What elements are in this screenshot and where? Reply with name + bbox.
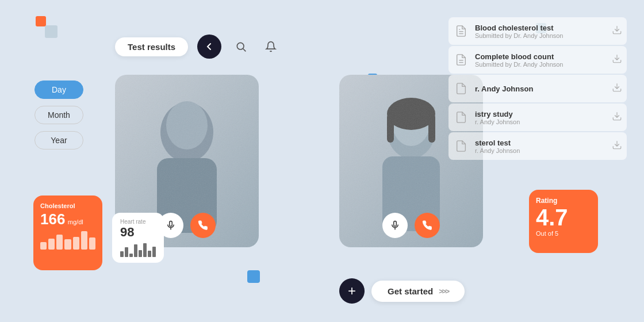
test-item-5: sterol test r. Andy Johnson [448,132,627,160]
get-started-plus-button[interactable]: + [339,278,365,304]
get-started-button[interactable]: Get started >>> [371,281,465,302]
search-icon[interactable] [231,36,251,57]
svg-point-10 [387,98,435,130]
filter-year[interactable]: Year [34,131,83,150]
test-name-5: sterol test [475,139,606,147]
patient-call-controls [158,213,216,238]
test-info-4: istry study r. Andy Johnson [475,110,606,125]
cholesterol-chart [40,231,95,250]
rating-card: Rating 4.7 Out of 5 [529,190,598,253]
test-sub-4: r. Andy Johnson [475,118,606,125]
mini-bar-7 [148,251,151,257]
cholesterol-value: 166 [40,210,65,228]
test-item-4: istry study r. Andy Johnson [448,103,627,131]
get-started-section: + Get started >>> [339,278,465,304]
test-name-2: Complete blood count [475,52,606,61]
download-icon-4[interactable] [612,111,622,124]
filter-day[interactable]: Day [34,80,83,99]
test-doc-icon-2 [453,52,469,68]
rating-sub: Out of 5 [536,230,591,237]
test-info-2: Complete blood count Submitted by Dr. An… [475,52,606,68]
test-info-3: r. Andy Johnson [475,85,606,93]
svg-point-4 [166,101,208,150]
get-started-label: Get started [388,286,433,296]
svg-rect-11 [387,114,394,143]
test-results-list: Blood cholesterol test Submitted by Dr. … [448,17,627,160]
mini-bar-2 [125,247,128,257]
test-sub-5: r. Andy Johnson [475,147,606,154]
bar-4 [64,239,71,250]
bar-1 [40,242,47,250]
rating-label: Rating [536,197,591,205]
mini-bar-1 [120,251,124,257]
cholesterol-label: Cholesterol [40,202,95,209]
test-sub-1: Submitted by Dr. Andy Johnson [475,32,606,39]
svg-point-0 [237,43,244,49]
cholesterol-value-container: 166 mg/dl [40,212,95,227]
back-button[interactable] [197,34,221,59]
mini-bar-8 [152,247,156,257]
heart-rate-card: Heart rate 98 [112,213,164,263]
test-results-tab[interactable]: Test results [115,37,188,56]
test-item-1: Blood cholesterol test Submitted by Dr. … [448,17,627,45]
test-doc-icon-3 [453,80,469,97]
test-name-3: r. Andy Johnson [475,85,606,93]
test-name-1: Blood cholesterol test [475,24,606,32]
test-item-2: Complete blood count Submitted by Dr. An… [448,46,627,74]
test-item-3: r. Andy Johnson [448,75,627,102]
bar-2 [48,239,55,250]
test-info-5: sterol test r. Andy Johnson [475,139,606,154]
doctor-mic-button[interactable] [382,213,408,238]
bar-5 [73,237,79,250]
test-doc-icon-5 [453,138,469,154]
rating-value: 4.7 [536,205,591,230]
download-icon-3[interactable] [612,82,622,95]
deco-blue-btm [247,270,260,283]
deco-gray-top [45,25,57,38]
test-sub-2: Submitted by Dr. Andy Johnson [475,61,606,68]
doctor-phone-button[interactable] [415,213,440,238]
svg-rect-12 [428,114,435,143]
svg-line-1 [243,49,246,52]
bar-7 [89,237,95,250]
bar-3 [56,235,63,250]
test-doc-icon-4 [453,109,469,125]
test-info-1: Blood cholesterol test Submitted by Dr. … [475,24,606,39]
heart-rate-label: Heart rate [120,218,156,225]
mini-bar-5 [139,250,142,257]
svg-rect-5 [170,221,172,227]
patient-phone-button[interactable] [190,213,216,238]
mini-bar-6 [143,243,147,257]
cholesterol-card: Cholesterol 166 mg/dl [33,195,102,270]
download-icon-1[interactable] [612,25,622,37]
mini-bar-4 [134,244,137,257]
test-name-4: istry study [475,110,606,118]
bell-icon[interactable] [260,36,281,57]
heart-rate-chart [120,243,156,257]
get-started-arrows: >>> [439,287,448,296]
filter-panel: Day Month Year [34,80,83,150]
filter-month[interactable]: Month [34,106,83,124]
mini-bar-3 [129,254,133,257]
download-icon-2[interactable] [612,53,622,66]
cholesterol-unit: mg/dl [68,218,83,225]
doctor-call-controls [382,213,440,238]
svg-rect-13 [394,221,397,227]
download-icon-5[interactable] [612,140,622,152]
deco-orange-top [36,16,46,26]
test-doc-icon-1 [453,23,469,39]
bar-6 [81,231,87,250]
heart-rate-value: 98 [120,225,156,240]
